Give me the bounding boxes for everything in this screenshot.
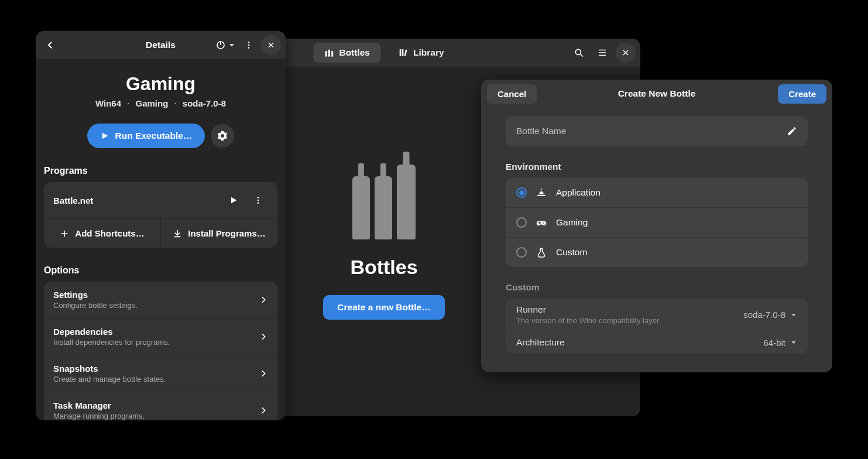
architecture-row[interactable]: Architecture 64-bit: [506, 331, 808, 354]
runner-subtitle: The version of the Wine compatibility la…: [516, 316, 661, 325]
details-body: Gaming Win64 · Gaming · soda-7.0-8 Run E…: [36, 59, 286, 420]
create-bottle-dialog: Cancel Create New Bottle Create Bottle N…: [481, 80, 832, 372]
svg-marker-21: [102, 133, 108, 139]
environment-custom[interactable]: Custom: [506, 238, 808, 267]
svg-marker-15: [230, 44, 234, 47]
meta-runner: soda-7.0-8: [183, 98, 226, 108]
separator-dot-icon: ·: [174, 98, 177, 108]
back-button[interactable]: [40, 35, 60, 55]
install-programs-button[interactable]: Install Programs…: [161, 219, 277, 248]
power-icon: [215, 40, 226, 50]
chevron-right-icon: [259, 369, 268, 378]
runner-dropdown[interactable]: soda-7.0-8: [743, 310, 797, 320]
tab-library[interactable]: Library: [387, 43, 455, 63]
runner-value: soda-7.0-8: [743, 310, 785, 320]
custom-section-list: Runner The version of the Wine compatibi…: [506, 299, 808, 354]
option-snapshots[interactable]: Snapshots Create and manage bottle state…: [44, 355, 277, 392]
architecture-title: Architecture: [516, 337, 565, 348]
search-button[interactable]: [569, 43, 589, 63]
svg-point-16: [248, 42, 250, 43]
bottles-icon: [324, 47, 334, 58]
search-icon: [574, 47, 584, 58]
details-title: Details: [146, 40, 176, 50]
radio-unchecked-icon: [516, 217, 527, 228]
option-subtitle: Configure bottle settings.: [53, 301, 138, 310]
view-switcher: Bottles Library: [313, 43, 454, 63]
option-subtitle: Install dependencies for programs.: [53, 338, 170, 347]
environment-gaming[interactable]: Gaming: [506, 208, 808, 238]
svg-line-7: [581, 54, 583, 57]
program-run-button[interactable]: [224, 190, 243, 210]
close-icon: [267, 41, 275, 49]
environment-title: Environment: [506, 162, 808, 172]
dialog-title: Create New Bottle: [618, 88, 696, 99]
chevron-down-icon: [790, 311, 797, 318]
environment-application[interactable]: Application: [506, 178, 808, 208]
options-list: Settings Configure bottle settings. Depe…: [44, 282, 277, 420]
cancel-button[interactable]: Cancel: [487, 84, 537, 104]
download-icon: [173, 229, 182, 238]
dialog-header: Cancel Create New Bottle Create: [481, 80, 832, 108]
option-settings[interactable]: Settings Configure bottle settings.: [44, 282, 277, 318]
gamepad-icon: [536, 217, 547, 228]
tab-label: Bottles: [339, 47, 370, 58]
bottles-logo-icon: [352, 163, 416, 239]
svg-marker-30: [792, 314, 796, 317]
bottle-name-placeholder: Bottle Name: [516, 126, 566, 136]
svg-point-6: [575, 49, 581, 54]
tab-bottles[interactable]: Bottles: [313, 43, 380, 63]
main-header-actions: [569, 43, 636, 63]
chevron-down-icon: [790, 339, 797, 346]
play-icon: [229, 196, 238, 205]
meta-arch: Win64: [95, 98, 121, 108]
bottle-name: Gaming: [44, 73, 277, 95]
svg-rect-2: [331, 51, 333, 57]
program-name: Battle.net: [53, 196, 93, 205]
option-subtitle: Create and manage bottle states.: [53, 375, 166, 383]
create-confirm-button[interactable]: Create: [778, 84, 826, 104]
environment-list: Application Gaming Custom: [506, 178, 808, 267]
option-title: Task Manager: [53, 400, 145, 410]
runner-row[interactable]: Runner The version of the Wine compatibi…: [506, 299, 808, 331]
run-executable-label: Run Executable…: [115, 131, 193, 141]
svg-rect-5: [404, 50, 407, 57]
details-header: Details: [36, 31, 286, 59]
programs-actions-row: Add Shortcuts… Install Programs…: [44, 219, 277, 248]
dialog-body: Bottle Name Environment Application Gami…: [481, 108, 832, 372]
library-icon: [398, 47, 409, 58]
power-menu-button[interactable]: [214, 37, 236, 53]
tab-label: Library: [413, 47, 444, 58]
hamburger-icon: [597, 47, 608, 58]
plus-icon: [60, 229, 69, 238]
details-window: Details Gaming: [36, 31, 286, 420]
gear-icon: [217, 131, 228, 141]
hamburger-menu-button[interactable]: [592, 43, 612, 63]
close-button[interactable]: [261, 35, 281, 55]
program-menu-button[interactable]: [248, 190, 268, 210]
option-task-manager[interactable]: Task Manager Manage running programs.: [44, 392, 277, 420]
add-shortcuts-button[interactable]: Add Shortcuts…: [44, 219, 161, 248]
option-title: Settings: [53, 290, 138, 300]
svg-point-24: [258, 200, 259, 201]
chevron-down-icon: [228, 42, 235, 49]
svg-marker-31: [792, 341, 796, 344]
environment-label: Custom: [556, 247, 587, 258]
option-title: Dependencies: [53, 327, 170, 337]
svg-rect-3: [399, 49, 401, 56]
bottle-settings-button[interactable]: [211, 124, 234, 148]
option-dependencies[interactable]: Dependencies Install dependencies for pr…: [44, 318, 277, 355]
flask-icon: [536, 247, 547, 258]
chevron-right-icon: [259, 295, 268, 304]
run-executable-button[interactable]: Run Executable…: [87, 124, 205, 148]
option-title: Snapshots: [53, 364, 166, 374]
create-bottle-button[interactable]: Create a new Bottle…: [323, 295, 444, 320]
architecture-dropdown[interactable]: 64-bit: [763, 338, 797, 348]
kebab-menu-button[interactable]: [239, 35, 259, 55]
close-button[interactable]: [616, 43, 636, 63]
edit-icon: [787, 126, 797, 136]
environment-label: Application: [556, 187, 601, 198]
bottle-name-input[interactable]: Bottle Name: [506, 116, 808, 146]
kebab-icon: [253, 196, 263, 205]
svg-point-18: [248, 47, 250, 49]
empty-state-title: Bottles: [350, 256, 417, 279]
